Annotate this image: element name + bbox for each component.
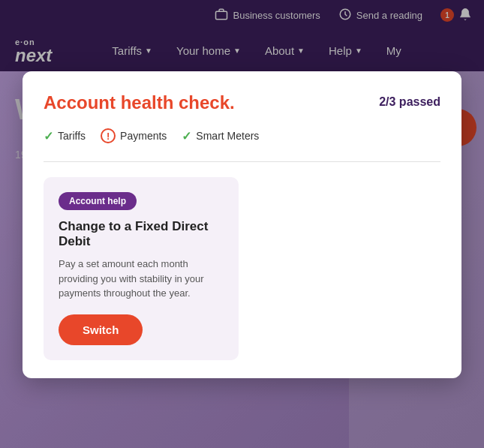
help-card: Account help Change to a Fixed Direct De… (44, 177, 239, 360)
help-card-description: Pay a set amount each month providing yo… (59, 257, 224, 301)
tariffs-check-label: Tariffs (58, 130, 86, 142)
check-payments: ! Payments (101, 128, 167, 143)
help-card-title: Change to a Fixed Direct Debit (59, 219, 224, 249)
switch-button[interactable]: Switch (59, 314, 143, 345)
check-smart-meters: ✓ Smart Meters (182, 129, 259, 143)
payments-check-label: Payments (120, 130, 167, 142)
account-help-badge: Account help (59, 192, 137, 210)
payments-warning-icon: ! (101, 128, 116, 143)
passed-count: 2/3 passed (379, 95, 440, 109)
check-tariffs: ✓ Tariffs (44, 129, 86, 143)
modal-title: Account health check. (44, 92, 235, 113)
tariffs-check-icon: ✓ (44, 129, 53, 143)
account-health-check-modal: Account health check. 2/3 passed ✓ Tarif… (23, 71, 461, 378)
smart-meters-check-icon: ✓ (182, 129, 191, 143)
divider (44, 161, 440, 162)
smart-meters-check-label: Smart Meters (196, 130, 259, 142)
modal-header: Account health check. 2/3 passed (44, 92, 440, 113)
checks-row: ✓ Tariffs ! Payments ✓ Smart Meters (44, 128, 440, 143)
